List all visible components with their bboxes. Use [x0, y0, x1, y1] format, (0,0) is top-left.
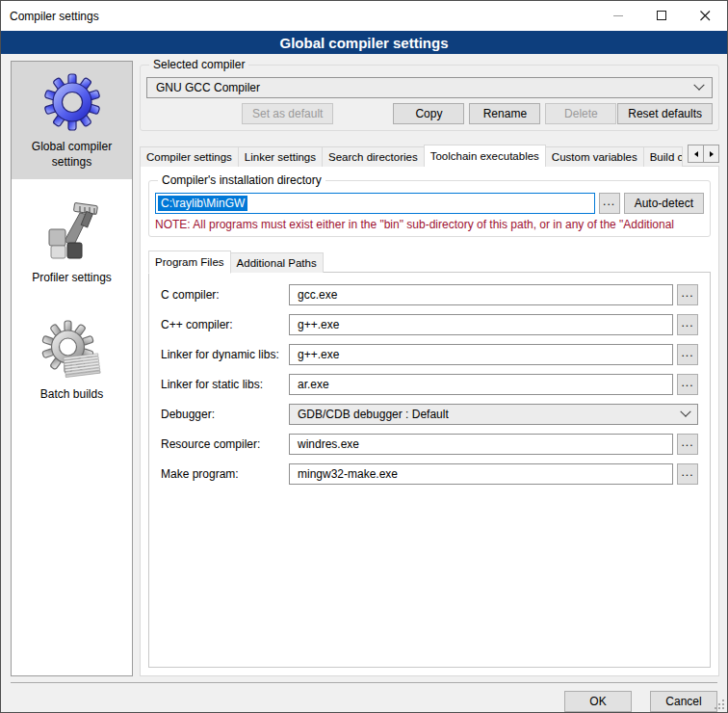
field-row: Debugger: GDB/CDB debugger : Default [161, 404, 698, 425]
arrow-left-icon [694, 151, 698, 157]
sidebar-item-profiler-settings[interactable]: Profiler settings [12, 193, 132, 296]
browse-file-button[interactable]: ... [677, 434, 698, 455]
ellipsis-icon: ... [681, 346, 693, 359]
browse-directory-button[interactable]: ... [599, 193, 620, 214]
field-row: Linker for dynamic libs: g++.exe ... [161, 344, 698, 365]
settings-tab[interactable]: Search directories [322, 146, 425, 167]
maximize-icon [657, 11, 667, 21]
field-value: windres.exe [298, 437, 359, 451]
ellipsis-icon: ... [681, 316, 693, 330]
dialog-footer: OK Cancel [1, 683, 727, 712]
ellipsis-icon: ... [681, 436, 693, 449]
tab-scroll-controls [688, 145, 719, 163]
titlebar: Compiler settings [1, 1, 727, 31]
installation-directory-group-label: Compiler's installation directory [158, 173, 325, 187]
field-input[interactable]: g++.exe [289, 344, 673, 365]
field-row: Resource compiler: windres.exe ... [161, 434, 698, 455]
field-label: Make program: [161, 467, 289, 481]
selected-compiler-dropdown[interactable]: GNU GCC Compiler [146, 77, 713, 98]
bin-subdirectory-note: NOTE: All programs must exist either in … [155, 218, 704, 231]
field-label: C compiler: [161, 288, 289, 302]
cancel-button[interactable]: Cancel [650, 691, 717, 712]
arrow-right-icon [710, 151, 714, 157]
close-button[interactable] [684, 1, 727, 31]
ellipsis-icon: ... [681, 376, 693, 389]
compiler-action-button[interactable]: Copy [393, 103, 464, 124]
program-tab[interactable]: Program Files [148, 251, 231, 274]
compiler-actions: Set as default Copy Rename Delete Reset … [146, 103, 713, 124]
field-input[interactable]: windres.exe [289, 434, 673, 455]
tab-scroll-right-button[interactable] [703, 145, 719, 163]
compiler-action-button: Set as default [242, 103, 333, 124]
compiler-action-button[interactable]: Reset defaults [617, 103, 713, 124]
field-dropdown[interactable]: GDB/CDB debugger : Default [289, 404, 698, 425]
installation-directory-row: C:\raylib\MinGW ... Auto-detect [155, 193, 704, 214]
settings-tab[interactable]: Custom variables [545, 146, 644, 167]
field-input[interactable]: gcc.exe [289, 284, 673, 305]
field-value: ar.exe [298, 378, 329, 391]
tab-label: Linker settings [245, 151, 316, 163]
dialog-body: Global compiler settings Profiler [1, 54, 727, 676]
compiler-settings-dialog: Compiler settings Global compiler settin… [0, 0, 728, 713]
field-value: GDB/CDB debugger : Default [298, 408, 449, 421]
caliper-icon [41, 202, 103, 264]
selected-compiler-group-label: Selected compiler [149, 58, 248, 71]
button-label: OK [589, 695, 606, 708]
installation-directory-value: C:\raylib\MinGW [158, 196, 247, 211]
program-tab[interactable]: Additional Paths [230, 252, 324, 273]
installation-directory-group: Compiler's installation directory C:\ray… [148, 180, 711, 237]
program-files-page: C compiler: gcc.exe ... C++ compiler: [148, 272, 711, 668]
browse-file-button[interactable]: ... [677, 344, 698, 365]
settings-category-list: Global compiler settings Profiler [11, 61, 133, 676]
window-title: Compiler settings [1, 10, 99, 23]
field-input[interactable]: ar.exe [289, 374, 673, 395]
field-value: gcc.exe [298, 288, 337, 302]
selected-compiler-value: GNU GCC Compiler [156, 81, 260, 94]
tab-label: Additional Paths [237, 257, 317, 269]
settings-tab[interactable]: Build options [643, 146, 683, 167]
toolchain-executables-page: Compiler's installation directory C:\ray… [140, 166, 719, 676]
settings-tab[interactable]: Toolchain executables [424, 145, 546, 167]
auto-detect-button[interactable]: Auto-detect [624, 193, 704, 214]
field-row: Make program: mingw32-make.exe ... [161, 463, 698, 485]
field-label: Resource compiler: [161, 437, 289, 451]
field-row: C compiler: gcc.exe ... [161, 284, 698, 305]
browse-file-button[interactable]: ... [677, 314, 698, 335]
settings-tabs: Compiler settings Linker settings Search… [140, 144, 719, 167]
field-row: C++ compiler: g++.exe ... [161, 314, 698, 335]
tab-scroll-left-button[interactable] [688, 145, 704, 163]
tab-label: Search directories [328, 151, 418, 163]
browse-file-button[interactable]: ... [677, 374, 698, 395]
resize-grip[interactable] [714, 699, 725, 710]
field-input[interactable]: g++.exe [289, 314, 673, 335]
sidebar-item-global-compiler-settings[interactable]: Global compiler settings [12, 62, 132, 179]
compiler-action-button: Delete [545, 103, 616, 124]
settings-tab[interactable]: Linker settings [238, 146, 323, 167]
ellipsis-icon: ... [681, 286, 693, 300]
field-value: g++.exe [298, 318, 339, 331]
ok-button[interactable]: OK [564, 691, 632, 712]
browse-file-button[interactable]: ... [677, 284, 698, 305]
field-value: g++.exe [298, 348, 339, 361]
tab-label: Program Files [155, 256, 224, 268]
field-label: Debugger: [161, 408, 289, 421]
button-label: Reset defaults [628, 107, 702, 120]
sidebar-item-batch-builds[interactable]: Batch builds [12, 309, 132, 412]
button-label: Rename [483, 107, 527, 120]
chevron-down-icon [680, 407, 690, 417]
blue-gear-icon [41, 71, 103, 133]
button-label: Cancel [665, 695, 701, 708]
maximize-button[interactable] [640, 1, 684, 31]
button-label: Copy [415, 107, 442, 120]
gear-stack-icon [41, 319, 103, 381]
browse-file-button[interactable]: ... [677, 463, 698, 485]
selected-compiler-group: Selected compiler GNU GCC Compiler Set a… [140, 65, 719, 131]
minimize-button[interactable] [597, 1, 640, 31]
field-label: C++ compiler: [161, 318, 289, 331]
installation-directory-input[interactable]: C:\raylib\MinGW [155, 193, 595, 214]
sidebar-item-label: Profiler settings [32, 271, 112, 286]
field-input[interactable]: mingw32-make.exe [289, 463, 673, 485]
settings-tab[interactable]: Compiler settings [140, 146, 239, 167]
compiler-action-button[interactable]: Rename [469, 103, 540, 124]
page-title: Global compiler settings [1, 31, 727, 54]
